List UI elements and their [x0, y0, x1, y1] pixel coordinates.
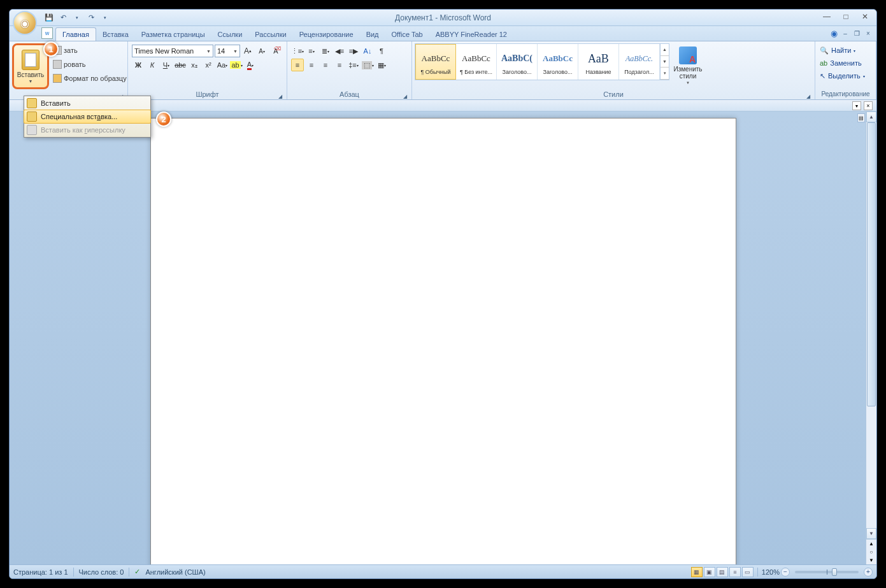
- launcher-icon[interactable]: ◢: [402, 92, 408, 98]
- tab-insert[interactable]: Вставка: [96, 28, 135, 41]
- next-page-icon[interactable]: ▼: [866, 556, 876, 564]
- menu-paste-special[interactable]: Специальная вставка...: [24, 110, 151, 124]
- save-icon[interactable]: 💾: [43, 11, 55, 24]
- maximize-button[interactable]: □: [837, 11, 855, 22]
- decrease-indent-button[interactable]: ◀≡: [333, 45, 346, 57]
- subscript-button[interactable]: x₂: [188, 59, 201, 71]
- gallery-more-icon[interactable]: ▾: [661, 68, 669, 80]
- tab-references[interactable]: Ссылки: [211, 28, 249, 41]
- prev-page-icon[interactable]: ▲: [866, 540, 876, 548]
- status-page[interactable]: Страница: 1 из 1: [13, 568, 68, 576]
- grow-font-icon[interactable]: A▴: [241, 45, 254, 57]
- vertical-scrollbar[interactable]: ▲ ▼ ▲ ○ ▼: [866, 111, 876, 564]
- justify-button[interactable]: ≡: [333, 59, 346, 71]
- align-left-button[interactable]: ≡: [291, 59, 304, 71]
- bullets-button[interactable]: ⋮≡▾: [291, 45, 304, 57]
- tab-home[interactable]: Главная: [55, 27, 96, 41]
- redo-icon[interactable]: ↷: [85, 11, 97, 24]
- shrink-font-icon[interactable]: A▾: [255, 45, 268, 57]
- launcher-icon[interactable]: ◢: [805, 92, 811, 98]
- sort-button[interactable]: A↓: [361, 45, 374, 57]
- tab-mailings[interactable]: Рассылки: [248, 28, 292, 41]
- qat-customize-icon[interactable]: ▾: [99, 11, 111, 24]
- view-web-icon[interactable]: ▤: [717, 567, 728, 577]
- brush-icon: [53, 74, 62, 83]
- font-size-combo[interactable]: 14▼: [215, 45, 240, 57]
- tab-office-tab[interactable]: Office Tab: [385, 28, 429, 41]
- scroll-up-icon[interactable]: ▲: [866, 111, 876, 122]
- shading-button[interactable]: ⬚▾: [361, 59, 374, 71]
- minimize-button[interactable]: —: [818, 11, 836, 22]
- style-normal[interactable]: AaBbCc¶ Обычный: [415, 44, 456, 80]
- multilevel-button[interactable]: ≣▾: [319, 45, 332, 57]
- scroll-track[interactable]: [866, 122, 876, 528]
- borders-button[interactable]: ▦▾: [375, 59, 388, 71]
- gallery-up-icon[interactable]: ▲: [661, 44, 669, 56]
- doc-minimize-icon[interactable]: –: [841, 29, 850, 38]
- cut-button[interactable]: зать: [51, 44, 129, 57]
- font-color-button[interactable]: A▾: [244, 59, 257, 71]
- clear-formatting-icon[interactable]: A⌫: [269, 45, 282, 57]
- tabbar-dropdown-icon[interactable]: ▼: [852, 101, 861, 110]
- increase-indent-button[interactable]: ≡▶: [347, 45, 360, 57]
- view-full-screen-icon[interactable]: ▣: [704, 567, 715, 577]
- find-button[interactable]: 🔍Найти▾: [817, 44, 858, 57]
- status-language[interactable]: Английский (США): [145, 568, 205, 576]
- undo-icon[interactable]: ↶: [57, 11, 69, 24]
- document-type-icon: W: [41, 27, 53, 39]
- scroll-down-icon[interactable]: ▼: [866, 528, 876, 539]
- underline-button[interactable]: Ч▾: [160, 59, 173, 71]
- tab-page-layout[interactable]: Разметка страницы: [135, 28, 211, 41]
- gallery-down-icon[interactable]: ▼: [661, 56, 669, 68]
- style-subtitle[interactable]: AaBbCc.Подзагол...: [619, 44, 660, 80]
- styles-gallery[interactable]: AaBbCc¶ Обычный AaBbCc¶ Без инте... AaBb…: [415, 43, 669, 80]
- change-styles-button[interactable]: Изменить стили ▼: [670, 43, 706, 85]
- zoom-level[interactable]: 120%: [762, 568, 780, 576]
- tabbar-close-icon[interactable]: ×: [864, 101, 873, 110]
- help-icon[interactable]: ◉: [829, 29, 838, 38]
- strikethrough-button[interactable]: abc: [174, 59, 187, 71]
- superscript-button[interactable]: x²: [202, 59, 215, 71]
- replace-button[interactable]: abЗаменить: [817, 57, 864, 69]
- view-outline-icon[interactable]: ≡: [729, 567, 741, 577]
- font-name-combo[interactable]: Times New Roman▼: [132, 45, 213, 57]
- document-page[interactable]: [150, 118, 736, 564]
- scroll-thumb[interactable]: [867, 122, 876, 406]
- tab-review[interactable]: Рецензирование: [293, 28, 360, 41]
- style-no-spacing[interactable]: AaBbCc¶ Без инте...: [456, 44, 497, 80]
- align-right-button[interactable]: ≡: [319, 59, 332, 71]
- zoom-in-button[interactable]: +: [864, 568, 873, 577]
- close-button[interactable]: ✕: [856, 11, 874, 22]
- bold-button[interactable]: Ж: [132, 59, 145, 71]
- format-painter-button[interactable]: Формат по образцу: [51, 72, 129, 85]
- style-heading2[interactable]: AaBbCcЗаголово...: [538, 44, 578, 80]
- show-marks-button[interactable]: ¶: [375, 45, 388, 57]
- numbering-button[interactable]: ≡▾: [305, 45, 318, 57]
- browse-object-icon[interactable]: ○: [866, 548, 876, 556]
- spellcheck-icon[interactable]: ✓: [134, 568, 140, 576]
- highlight-button[interactable]: ab▾: [230, 59, 243, 71]
- italic-button[interactable]: К: [146, 59, 159, 71]
- status-words[interactable]: Число слов: 0: [79, 568, 124, 576]
- style-heading1[interactable]: AaBbC(Заголово...: [497, 44, 538, 80]
- change-case-button[interactable]: Aa▾: [216, 59, 229, 71]
- align-center-button[interactable]: ≡: [305, 59, 318, 71]
- zoom-handle[interactable]: [832, 568, 837, 576]
- view-draft-icon[interactable]: ▭: [742, 567, 754, 577]
- office-button[interactable]: ◉: [13, 11, 37, 35]
- menu-paste[interactable]: Вставить: [24, 96, 150, 110]
- style-title[interactable]: АаВНазвание: [578, 44, 619, 80]
- line-spacing-button[interactable]: ‡≡▾: [347, 59, 360, 71]
- select-button[interactable]: ↖Выделить▾: [817, 69, 868, 82]
- ruler-toggle-icon[interactable]: ▤: [857, 113, 865, 122]
- tab-view[interactable]: Вид: [360, 28, 385, 41]
- zoom-slider[interactable]: [795, 571, 859, 573]
- doc-restore-icon[interactable]: ❐: [852, 29, 861, 38]
- undo-dropdown-icon[interactable]: ▾: [71, 11, 83, 24]
- launcher-icon[interactable]: ◢: [277, 92, 283, 98]
- tab-abbyy[interactable]: ABBYY FineReader 12: [429, 28, 513, 41]
- doc-close-icon[interactable]: ×: [864, 29, 873, 38]
- copy-button[interactable]: ровать: [51, 58, 129, 71]
- view-print-layout-icon[interactable]: ▦: [691, 567, 703, 577]
- zoom-out-button[interactable]: −: [781, 568, 790, 577]
